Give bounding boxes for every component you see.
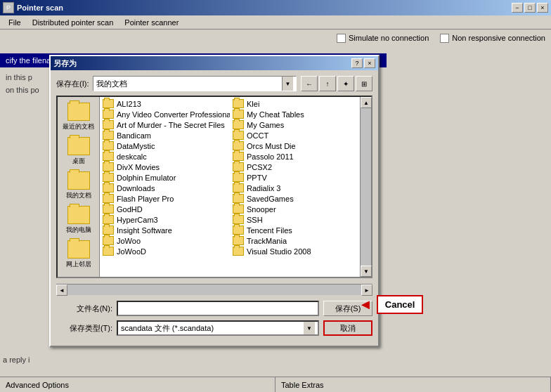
file-row-right-4[interactable]: Orcs Must Die (230, 141, 360, 151)
file-row-right-0[interactable]: Klei (230, 98, 360, 109)
folder-icon (233, 120, 244, 129)
status-pane-left[interactable]: Advanced Options (0, 377, 276, 392)
cancel-button[interactable]: 取消 (323, 320, 372, 336)
file-row-right-8[interactable]: Radialix 3 (230, 183, 360, 193)
folder-icon (103, 173, 114, 182)
simulate-checkbox-label[interactable]: Simulate no connection (337, 34, 429, 43)
file-name-label: DataMystic (117, 142, 155, 150)
cancel-annotation: ◄ Cancel (358, 295, 423, 314)
file-row-left-3[interactable]: Bandicam (100, 130, 230, 141)
file-row-left-13[interactable]: JoWoo (100, 235, 230, 246)
file-row-left-12[interactable]: Insight Software (100, 225, 230, 235)
file-row-right-7[interactable]: PPTV (230, 172, 360, 183)
sidebar-network-label: 网上邻居 (66, 260, 91, 269)
minimize-button[interactable]: − (512, 3, 523, 13)
h-scroll-track[interactable] (67, 285, 361, 295)
dialog-title: 另存为 (53, 58, 77, 69)
folder-icon (233, 131, 244, 140)
desktop-icon (67, 137, 90, 155)
file-list-left-col: ALI213Any Video Converter ProfessionalAr… (100, 97, 230, 277)
file-row-left-0[interactable]: ALI213 (100, 98, 230, 109)
cancel-arrow-icon: ◄ (358, 296, 372, 313)
file-name-label: JoWoo (117, 237, 141, 245)
scroll-right-button[interactable]: ► (361, 285, 372, 296)
file-row-right-5[interactable]: Passolo 2011 (230, 151, 360, 162)
new-folder-button[interactable]: ✦ (337, 76, 354, 91)
sidebar-item-mydocs[interactable]: 我的文档 (60, 170, 97, 202)
mydocs-icon (67, 171, 90, 190)
folder-icon (233, 226, 244, 235)
file-row-right-2[interactable]: My Games (230, 119, 360, 130)
file-row-left-1[interactable]: Any Video Converter Professional (100, 109, 230, 119)
file-row-right-6[interactable]: PCSX2 (230, 162, 360, 172)
scroll-up-button[interactable]: ▲ (361, 97, 372, 108)
window-title: Pointer scan (17, 4, 63, 12)
file-row-left-5[interactable]: deskcalc (100, 151, 230, 162)
file-name-label: TrackMania (247, 237, 287, 245)
menu-pointer-scanner[interactable]: Pointer scanner (119, 17, 184, 28)
savein-dropdown-arrow[interactable]: ▼ (282, 77, 293, 91)
file-row-right-12[interactable]: Tencent Files (230, 225, 360, 235)
close-button[interactable]: × (537, 3, 548, 13)
file-row-left-9[interactable]: Flash Player Pro (100, 193, 230, 204)
file-row-left-2[interactable]: Art of Murder - The Secret Files (100, 119, 230, 130)
file-row-left-14[interactable]: JoWooD (100, 246, 230, 256)
sidebar-item-network[interactable]: 网上邻居 (60, 239, 97, 270)
nonresponsive-checkbox-label[interactable]: Non responsive connection (440, 34, 545, 43)
sidebar-item-mycomputer[interactable]: 我的电脑 (60, 204, 97, 236)
file-row-right-14[interactable]: Visual Studio 2008 (230, 246, 360, 256)
file-row-left-10[interactable]: GodHD (100, 204, 230, 214)
file-row-left-8[interactable]: Downloads (100, 183, 230, 193)
file-row-right-1[interactable]: My Cheat Tables (230, 109, 360, 119)
file-row-left-11[interactable]: HyperCam3 (100, 214, 230, 225)
menu-distributed[interactable]: Distributed pointer scan (27, 17, 119, 28)
filename-input[interactable] (117, 301, 319, 316)
file-row-right-10[interactable]: Snooper (230, 204, 360, 214)
file-name-label: Bandicam (117, 131, 151, 140)
file-row-right-13[interactable]: TrackMania (230, 235, 360, 246)
folder-icon (103, 99, 114, 108)
savein-combo[interactable]: 我的文档 ▼ (93, 76, 297, 91)
folder-icon (103, 152, 114, 161)
scroll-track[interactable] (361, 108, 371, 266)
file-row-left-6[interactable]: DivX Movies (100, 162, 230, 172)
scroll-left-button[interactable]: ◄ (56, 285, 67, 296)
dialog-help-button[interactable]: ? (351, 58, 363, 68)
menu-file[interactable]: File (3, 17, 27, 28)
scroll-down-button[interactable]: ▼ (361, 266, 372, 277)
maximize-button[interactable]: □ (524, 3, 536, 13)
filename-row: 文件名(N): 保存(S) (56, 301, 372, 316)
up-button[interactable]: ↑ (319, 76, 336, 91)
file-name-label: JoWooD (117, 247, 146, 256)
file-row-right-11[interactable]: SSH (230, 214, 360, 225)
folder-icon (103, 194, 114, 203)
title-bar: P Pointer scan − □ × (0, 0, 551, 15)
nonresponsive-checkbox[interactable] (440, 34, 449, 43)
sidebar-mycomputer-label: 我的电脑 (66, 226, 91, 235)
file-name-label: Downloads (117, 184, 155, 192)
sidebar-item-desktop[interactable]: 桌面 (60, 136, 97, 167)
sidebar-item-recent[interactable]: 最近的文档 (60, 101, 97, 133)
file-row-left-4[interactable]: DataMystic (100, 141, 230, 151)
file-name-label: OCCT (247, 131, 268, 140)
file-dialog: 另存为 ? × 保存在(I): 我的文档 ▼ ← ↑ ✦ ⊞ (49, 55, 380, 347)
file-name-label: DivX Movies (117, 163, 160, 171)
file-name-label: Any Video Converter Professional (117, 110, 230, 119)
file-row-right-9[interactable]: SavedGames (230, 193, 360, 204)
filetype-dropdown-arrow[interactable]: ▼ (304, 322, 315, 334)
file-row-left-7[interactable]: Dolphin Emulator (100, 172, 230, 183)
folder-icon (103, 247, 114, 256)
dialog-close-button[interactable]: × (364, 58, 375, 68)
savein-row: 保存在(I): 我的文档 ▼ ← ↑ ✦ ⊞ (56, 76, 372, 91)
view-toggle-button[interactable]: ⊞ (356, 76, 372, 91)
file-name-label: My Cheat Tables (247, 110, 304, 119)
simulate-checkbox[interactable] (337, 34, 346, 43)
file-row-right-3[interactable]: OCCT (230, 130, 360, 141)
dialog-body: 保存在(I): 我的文档 ▼ ← ↑ ✦ ⊞ 最近的文档 (51, 70, 378, 346)
filetype-combo[interactable]: scandata 文件 (*.scandata) ▼ (117, 320, 319, 336)
back-button[interactable]: ← (301, 76, 318, 91)
h-scrollbar: ◄ ► (56, 284, 372, 295)
bg-line-3: a reply i (3, 355, 30, 364)
network-icon (67, 240, 90, 259)
file-list-scrollbar: ▲ ▼ (360, 97, 371, 277)
